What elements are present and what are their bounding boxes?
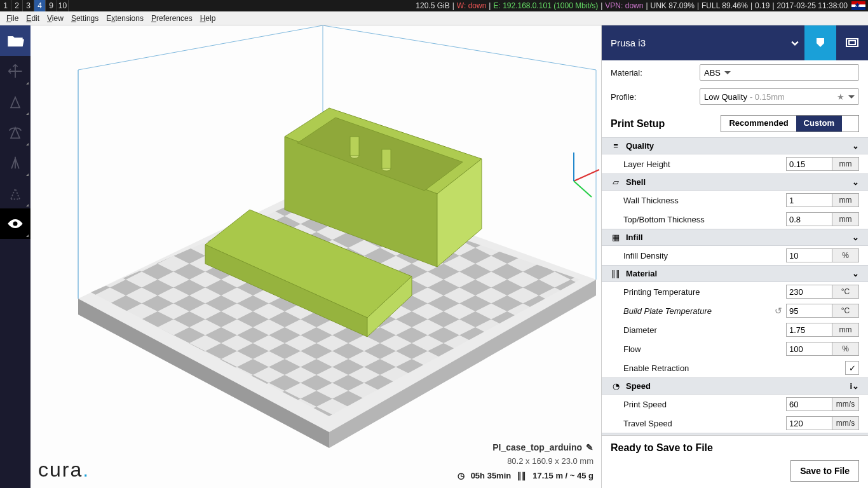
layer-height-input[interactable] (787, 158, 832, 170)
wifi-status: W: down (456, 0, 487, 11)
settings-panel: Prusa i3 Material: ABS Profile: Low (601, 25, 868, 488)
menu-edit[interactable]: Edit (22, 11, 43, 25)
flow-input[interactable] (787, 342, 832, 355)
category-speed[interactable]: ◔Speedi⌄ (602, 377, 868, 395)
infill-density-input[interactable] (787, 249, 832, 262)
build-plate-viewport[interactable]: cura. PI_case_top_arduino ✎ 80.2 x 160.9… (31, 25, 601, 488)
menu-view[interactable]: View (43, 11, 67, 25)
tab-monitor[interactable] (836, 25, 868, 60)
retraction-label: Enable Retraction (623, 363, 786, 373)
vpn-status: VPN: down (604, 0, 644, 11)
svg-rect-25 (849, 41, 855, 44)
pencil-icon[interactable]: ✎ (586, 442, 593, 452)
chevron-down-icon: ⌄ (852, 381, 859, 391)
machine-selector[interactable]: Prusa i3 (602, 37, 785, 48)
clock: 2017-03-25 11:38:00 (776, 0, 849, 11)
menu-file[interactable]: File (3, 11, 22, 25)
chevron-down-icon: ⌄ (852, 177, 859, 187)
menu-help[interactable]: Help (196, 11, 220, 25)
tool-persetting[interactable] (0, 178, 31, 208)
print-temp-input[interactable] (787, 285, 832, 298)
category-material[interactable]: ‖‖Material⌄ (602, 265, 868, 282)
view-mode-button[interactable] (0, 208, 31, 239)
category-shell[interactable]: ▱Shell⌄ (602, 173, 868, 191)
disk-usage: 120.5 GiB (414, 0, 451, 11)
travel-speed-input[interactable] (787, 417, 832, 430)
category-quality[interactable]: ≡Quality⌄ (602, 137, 868, 154)
bed-temp-label: Build Plate Temperature (623, 306, 775, 316)
ws-9[interactable]: 9 (46, 0, 57, 11)
chevron-down-icon: ⌄ (852, 141, 859, 151)
tool-rotate[interactable] (0, 117, 31, 147)
caret-down-icon (724, 71, 731, 74)
svg-line-10 (574, 170, 599, 181)
unit-mm: mm (832, 158, 858, 170)
infill-density-label: Infill Density (623, 251, 786, 261)
svg-point-26 (847, 119, 851, 124)
chevron-down-icon: ⌄ (852, 269, 859, 278)
chevron-down-icon: ⌄ (852, 233, 859, 242)
svg-line-12 (574, 181, 592, 197)
ws-10[interactable]: 10 (57, 0, 69, 11)
material-select[interactable]: ABS (700, 64, 859, 81)
print-speed-input[interactable] (787, 398, 832, 410)
travel-speed-label: Travel Speed (623, 419, 786, 428)
menu-extensions[interactable]: Extensions (102, 11, 147, 25)
tool-move[interactable] (0, 56, 31, 86)
panel-header: Prusa i3 (602, 25, 868, 60)
infill-icon: ▦ (611, 233, 621, 242)
profile-select[interactable]: Low Quality - 0.15mm ★ (700, 88, 859, 105)
caret-down-icon (848, 95, 855, 98)
menu-settings[interactable]: Settings (67, 11, 102, 25)
retraction-checkbox[interactable]: ✓ (845, 361, 859, 375)
left-toolbar (0, 25, 31, 488)
search-icon (846, 118, 855, 127)
model-info-overlay: PI_case_top_arduino ✎ 80.2 x 160.9 x 23.… (458, 442, 593, 480)
save-to-file-button[interactable]: Save to File (790, 460, 859, 482)
setup-mode-toggle[interactable]: Recommended Custom (721, 115, 859, 132)
ws-1[interactable]: 1 (0, 0, 11, 11)
topbot-input[interactable] (787, 213, 832, 226)
tool-mirror[interactable] (0, 147, 31, 178)
diameter-label: Diameter (623, 325, 786, 335)
print-setup-title: Print Setup (611, 118, 665, 130)
filament-usage: 17.15 m / ~ 45 g (532, 471, 593, 480)
machine-dropdown-icon[interactable] (785, 25, 804, 60)
star-icon: ★ (837, 92, 844, 102)
open-file-button[interactable] (0, 25, 31, 56)
filament-icon: ‖‖ (517, 471, 526, 480)
system-status-bar: 1 2 3 4 9 10 120.5 GiB | W: down | E: 19… (0, 0, 868, 11)
ready-status: Ready to Save to File (611, 442, 859, 454)
workspace-switcher[interactable]: 1 2 3 4 9 10 (0, 0, 69, 11)
rotate-icon (6, 123, 24, 141)
svg-rect-21 (350, 137, 359, 156)
material-label: Material: (611, 68, 700, 78)
category-infill[interactable]: ▦Infill⌄ (602, 229, 868, 246)
search-settings-button[interactable] (842, 116, 858, 132)
menu-preferences[interactable]: Preferences (147, 11, 196, 25)
app-menu-bar: File Edit View Settings Extensions Prefe… (0, 11, 868, 25)
move-icon (6, 62, 24, 80)
svg-line-27 (851, 124, 854, 126)
tab-print-settings[interactable] (804, 25, 836, 60)
ws-4[interactable]: 4 (34, 0, 46, 11)
recommended-tab[interactable]: Recommended (721, 116, 796, 132)
mirror-icon (6, 154, 24, 172)
material-icon: ‖‖ (611, 269, 621, 278)
shell-icon: ▱ (611, 177, 621, 187)
ws-2[interactable]: 2 (11, 0, 23, 11)
custom-tab[interactable]: Custom (796, 116, 842, 132)
wall-thickness-label: Wall Thickness (623, 196, 786, 205)
print-time: 05h 35min (471, 471, 512, 480)
bed-temp-input[interactable] (787, 304, 832, 317)
tool-scale[interactable] (0, 86, 31, 117)
revert-icon[interactable]: ↺ (775, 306, 782, 316)
ws-3[interactable]: 3 (23, 0, 34, 11)
diameter-input[interactable] (787, 323, 832, 336)
load-avg: 0.19 (754, 0, 771, 11)
profile-label: Profile: (611, 92, 700, 102)
eye-icon (6, 215, 24, 233)
svg-rect-24 (846, 39, 858, 46)
wall-thickness-input[interactable] (787, 194, 832, 207)
topbot-label: Top/Bottom Thickness (623, 215, 786, 224)
